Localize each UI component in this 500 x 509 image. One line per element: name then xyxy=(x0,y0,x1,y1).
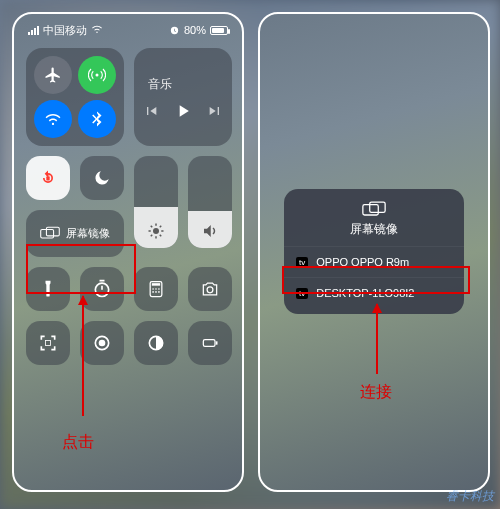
svg-line-9 xyxy=(151,226,153,228)
screen-mirroring-button[interactable]: 屏幕镜像 xyxy=(26,210,124,257)
svg-rect-3 xyxy=(46,228,59,237)
cellular-icon xyxy=(88,66,106,84)
battery-icon xyxy=(200,333,220,353)
appletv-badge-icon: tv xyxy=(296,288,308,299)
device-row-0[interactable]: tv OPPO OPPO R9m xyxy=(284,246,464,277)
rotation-lock-toggle[interactable] xyxy=(26,156,70,200)
brightness-slider[interactable] xyxy=(134,156,178,248)
svg-rect-32 xyxy=(370,202,385,212)
prev-track-icon[interactable] xyxy=(143,103,159,119)
screen-mirror-icon xyxy=(40,226,60,240)
svg-line-12 xyxy=(160,226,162,228)
svg-rect-29 xyxy=(203,339,215,346)
callout-arrow-left xyxy=(82,296,84,416)
svg-point-24 xyxy=(207,287,213,293)
svg-point-19 xyxy=(155,288,157,290)
airplay-popup: 屏幕镜像 tv OPPO OPPO R9m tv DESKTOP-1LO98I2 xyxy=(284,189,464,314)
flashlight-icon xyxy=(38,279,58,299)
callout-label-right: 连接 xyxy=(360,382,392,403)
svg-point-21 xyxy=(152,291,154,293)
alarm-icon xyxy=(169,25,180,36)
svg-line-10 xyxy=(160,235,162,237)
airplane-icon xyxy=(44,66,62,84)
status-bar: 中国移动 80% xyxy=(14,14,242,40)
phone-right: 屏幕镜像 tv OPPO OPPO R9m tv DESKTOP-1LO98I2… xyxy=(258,12,490,492)
popup-title: 屏幕镜像 xyxy=(350,221,398,238)
moon-icon xyxy=(92,168,112,188)
screen-record-icon xyxy=(92,333,112,353)
play-icon[interactable] xyxy=(173,101,193,121)
dark-mode-button[interactable] xyxy=(134,321,178,365)
svg-rect-2 xyxy=(41,230,54,239)
low-power-button[interactable] xyxy=(188,321,232,365)
qr-scan-icon xyxy=(38,333,58,353)
airplane-toggle[interactable] xyxy=(34,56,72,94)
svg-point-22 xyxy=(155,291,157,293)
bluetooth-icon xyxy=(88,110,106,128)
svg-rect-25 xyxy=(46,340,51,345)
bluetooth-toggle[interactable] xyxy=(78,100,116,138)
svg-point-23 xyxy=(158,291,160,293)
music-module[interactable]: 音乐 xyxy=(134,48,232,146)
wifi-status-icon xyxy=(91,24,103,36)
svg-point-4 xyxy=(153,228,159,234)
screen-mirror-icon xyxy=(362,201,386,217)
qr-scan-button[interactable] xyxy=(26,321,70,365)
screen-record-button[interactable] xyxy=(80,321,124,365)
watermark: 睿卡科技 xyxy=(446,488,494,505)
camera-icon xyxy=(200,279,220,299)
svg-point-18 xyxy=(152,288,154,290)
appletv-badge-icon: tv xyxy=(296,257,308,268)
svg-point-0 xyxy=(96,74,99,77)
carrier-label: 中国移动 xyxy=(43,23,87,38)
camera-button[interactable] xyxy=(188,267,232,311)
svg-rect-30 xyxy=(216,341,218,344)
rotation-lock-icon xyxy=(38,168,58,188)
control-center: 音乐 xyxy=(14,40,242,371)
svg-point-20 xyxy=(158,288,160,290)
next-track-icon[interactable] xyxy=(207,103,223,119)
wifi-toggle[interactable] xyxy=(34,100,72,138)
calculator-icon xyxy=(146,279,166,299)
calculator-button[interactable] xyxy=(134,267,178,311)
device-name: DESKTOP-1LO98I2 xyxy=(316,287,414,299)
flashlight-button[interactable] xyxy=(26,267,70,311)
timer-icon xyxy=(92,279,112,299)
device-name: OPPO OPPO R9m xyxy=(316,256,409,268)
phone-left: 中国移动 80% 音乐 xyxy=(12,12,244,492)
svg-rect-1 xyxy=(46,176,49,180)
brightness-icon xyxy=(147,222,165,240)
dark-mode-icon xyxy=(146,333,166,353)
connectivity-group xyxy=(26,48,124,146)
music-label: 音乐 xyxy=(148,76,172,93)
callout-label-left: 点击 xyxy=(62,432,94,453)
screen-mirror-label: 屏幕镜像 xyxy=(66,226,110,241)
battery-icon xyxy=(210,26,228,35)
volume-slider[interactable] xyxy=(188,156,232,248)
svg-point-27 xyxy=(99,339,106,346)
wifi-icon xyxy=(44,110,62,128)
cellular-toggle[interactable] xyxy=(78,56,116,94)
battery-pct-label: 80% xyxy=(184,24,206,36)
svg-line-11 xyxy=(151,235,153,237)
dnd-toggle[interactable] xyxy=(80,156,124,200)
callout-arrow-right xyxy=(376,304,378,374)
signal-bars-icon xyxy=(28,26,39,35)
volume-icon xyxy=(201,222,219,240)
svg-rect-31 xyxy=(363,205,378,215)
svg-rect-17 xyxy=(152,283,160,286)
